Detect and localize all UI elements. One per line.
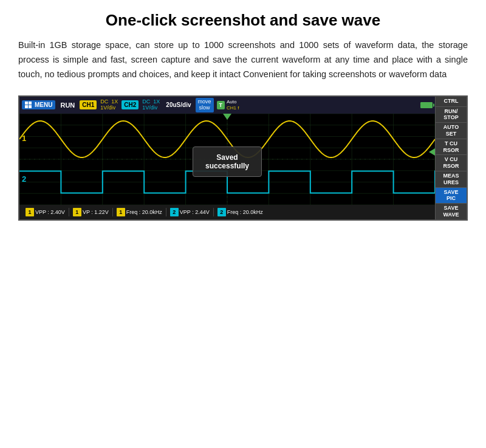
auto-set-button[interactable]: AUTOSET	[436, 123, 467, 139]
ch2-badge[interactable]: CH2	[122, 100, 139, 109]
page-wrapper: One-click screenshot and save wave Built…	[0, 0, 486, 233]
measures-button[interactable]: MEASURES	[436, 171, 467, 188]
page-title: One-click screenshot and save wave	[18, 11, 468, 30]
description-text: Built-in 1GB storage space, can store up…	[18, 38, 468, 82]
ch2-setting: DC 1X 1V/div	[140, 99, 162, 111]
osc-screen: MENU RUN CH1 DC 1X 1V/div CH2 DC 1X 1V/d…	[19, 97, 435, 219]
ch1-badge-bottom-2: 1	[73, 208, 81, 216]
vp-ch1-text: VP : 1.22V	[83, 209, 109, 215]
osc-canvas: Saved successfully 1 2	[19, 114, 435, 205]
menu-grid-icon	[25, 102, 32, 108]
ch1-ref-label: CH1 f	[227, 105, 239, 111]
bb-freq-ch1: 1 Freq : 20.0kHz	[113, 208, 166, 216]
t-cursor-button[interactable]: T CURSOR	[436, 139, 467, 156]
menu-label: MENU	[35, 102, 52, 108]
trigger-arrow-right-icon	[429, 148, 435, 156]
bb-vpp-ch1: 1 VPP : 2.40V	[22, 208, 69, 216]
time-div[interactable]: 20uS/div	[163, 102, 193, 108]
auto-info: Auto CH1 f	[227, 99, 239, 111]
trigger-arrow-top-icon	[223, 114, 231, 120]
osc-bottombar: 1 VPP : 2.40V 1 VP : 1.22V 1 Freq : 20.0…	[19, 205, 435, 219]
bb-vpp-ch2: 2 VPP : 2.44V	[166, 208, 214, 216]
trigger-t-badge: T	[217, 101, 225, 109]
ch2-badge-bottom-2: 2	[217, 208, 226, 216]
freq-ch1-text: Freq : 20.0kHz	[126, 209, 162, 215]
bb-vp-ch1: 1 VP : 1.22V	[69, 208, 113, 216]
freq-ch2-text: Freq : 20.0kHz	[227, 209, 263, 215]
v-cursor-button[interactable]: V CURSOR	[436, 155, 467, 171]
battery-icon	[420, 102, 433, 108]
vpp-ch2-text: VPP : 2.44V	[180, 209, 210, 215]
trigger-box: T Auto CH1 f	[217, 99, 239, 111]
ch1-marker: 1	[22, 134, 26, 143]
run-indicator: RUN	[57, 102, 78, 109]
ch1-badge-bottom-3: 1	[117, 208, 125, 216]
saved-popup: Saved successfully	[193, 146, 262, 177]
osc-right-panel: CTRL RUN/STOP AUTOSET T CURSOR V CURSOR …	[435, 97, 467, 219]
menu-button[interactable]: MENU	[22, 100, 55, 109]
oscilloscope: MENU RUN CH1 DC 1X 1V/div CH2 DC 1X 1V/d…	[18, 95, 468, 221]
ch1-badge[interactable]: CH1	[80, 100, 97, 109]
osc-topbar: MENU RUN CH1 DC 1X 1V/div CH2 DC 1X 1V/d…	[19, 97, 435, 114]
auto-label: Auto	[227, 99, 239, 105]
ctrl-button[interactable]: CTRL	[436, 97, 467, 107]
bb-freq-ch2: 2 Freq : 20.0kHz	[214, 208, 267, 216]
vpp-ch1-text: VPP : 2.40V	[35, 209, 65, 215]
run-stop-button[interactable]: RUN/STOP	[436, 107, 467, 123]
ch1-badge-bottom-1: 1	[26, 208, 34, 216]
battery-indicator	[420, 102, 433, 108]
ch2-badge-bottom-1: 2	[170, 208, 179, 216]
ch1-setting: DC 1X 1V/div	[98, 99, 120, 111]
ch2-marker: 2	[22, 174, 26, 184]
save-pic-button[interactable]: SAVEPIC	[436, 188, 467, 204]
move-indicator: move slow	[196, 98, 214, 112]
save-wave-button[interactable]: SAVEWAVE	[436, 204, 467, 219]
